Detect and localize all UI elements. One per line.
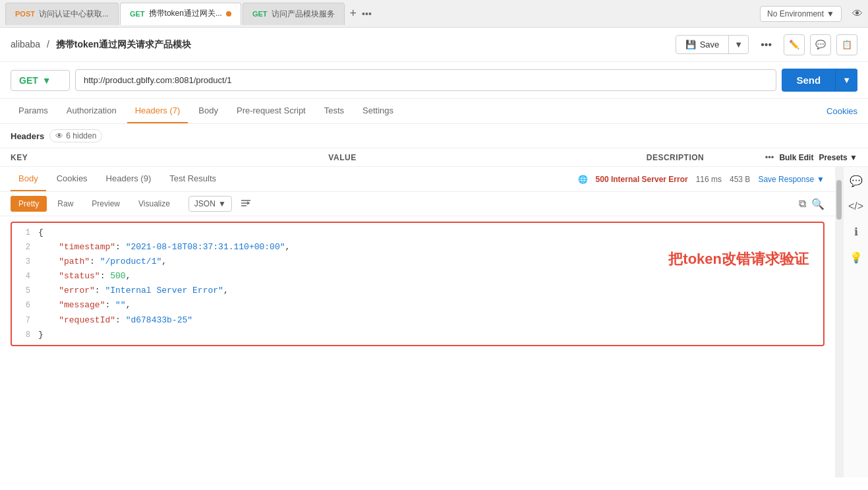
fmt-pretty[interactable]: Pretty <box>11 196 47 212</box>
line-8: 8 } <box>12 328 823 342</box>
send-button[interactable]: Send <box>782 69 835 92</box>
line-content-5: "error": "Internal Server Error", <box>38 284 823 298</box>
line-num-6: 6 <box>12 298 38 313</box>
presets-dropdown-icon: ▼ <box>850 153 857 162</box>
tab-modified-dot <box>226 11 231 16</box>
tab-post-label: 访问认证中心获取... <box>39 9 109 20</box>
hidden-headers-badge[interactable]: 👁 6 hidden <box>49 129 102 142</box>
comment-icon-button[interactable]: 💬 <box>810 34 831 55</box>
format-select-label: JSON <box>194 199 216 208</box>
globe-icon: 🌐 <box>578 175 588 184</box>
line-num-3: 3 <box>12 255 38 269</box>
env-label: No Environment <box>767 9 824 18</box>
line-6: 6 "message": "", <box>12 298 823 313</box>
line-4: 4 "status": 500, <box>12 269 823 284</box>
status-code: 500 Internal Server Error <box>596 175 688 184</box>
headers-section: Headers 👁 6 hidden <box>0 124 868 148</box>
word-wrap-icon[interactable] <box>240 199 252 208</box>
bulk-edit-button[interactable]: Bulk Edit <box>779 153 813 162</box>
scrollbar[interactable] <box>835 167 843 477</box>
save-button-group[interactable]: 💾 Save ▼ <box>676 35 749 54</box>
tab-headers[interactable]: Headers (7) <box>127 99 188 123</box>
tab-prerequest[interactable]: Pre-request Script <box>229 99 314 123</box>
line-num-1: 1 <box>12 226 38 240</box>
kv-actions: ••• Bulk Edit Presets ▼ <box>765 152 857 162</box>
tab-settings[interactable]: Settings <box>355 99 401 123</box>
line-1: 1 { <box>12 226 823 240</box>
copy-response-icon[interactable]: ⧉ <box>799 198 806 210</box>
env-dropdown-icon: ▼ <box>826 9 834 18</box>
line-content-1: { <box>38 226 823 240</box>
json-highlight-box: 1 { 2 "timestamp": "2021-08-18T08:37:31.… <box>11 222 825 346</box>
save-dropdown-button[interactable]: ▼ <box>728 36 748 53</box>
tab-params[interactable]: Params <box>11 99 56 123</box>
line-content-7: "requestId": "d678433b-25" <box>38 313 823 328</box>
tab-get-label: 携带token通过网关... <box>149 8 222 19</box>
tab-get-active[interactable]: GET 携带token通过网关... <box>120 3 241 25</box>
resp-tab-headers[interactable]: Headers (9) <box>98 167 159 191</box>
cookies-link[interactable]: Cookies <box>826 106 857 116</box>
line-num-2: 2 <box>12 240 38 255</box>
response-body: 1 { 2 "timestamp": "2021-08-18T08:37:31.… <box>0 216 835 477</box>
presets-button[interactable]: Presets ▼ <box>819 153 857 162</box>
tab-bar-actions: No Environment ▼ 👁 <box>760 6 863 22</box>
panel-info-icon[interactable]: ℹ <box>852 223 861 241</box>
save-response-label: Save Response <box>758 175 814 184</box>
resp-tab-body[interactable]: Body <box>11 167 46 191</box>
header-more-button[interactable]: ••• <box>754 35 778 55</box>
tab-product[interactable]: GET 访问产品模块服务 <box>243 3 345 25</box>
panel-code-icon[interactable]: </> <box>846 198 866 215</box>
panel-bulb-icon[interactable]: 💡 <box>847 249 865 266</box>
response-area: Body Cookies Headers (9) Test Results 🌐 … <box>0 167 835 477</box>
line-content-6: "message": "", <box>38 298 823 313</box>
line-num-4: 4 <box>12 269 38 284</box>
format-select[interactable]: JSON ▼ <box>188 196 232 212</box>
kv-more-icon[interactable]: ••• <box>765 152 774 162</box>
tab-post[interactable]: POST 访问认证中心获取... <box>5 3 119 25</box>
kv-desc-header: DESCRIPTION <box>647 153 765 162</box>
save-response-dropdown-icon: ▼ <box>817 175 825 184</box>
kv-key-header: KEY <box>11 153 328 162</box>
response-size: 453 B <box>730 175 750 184</box>
save-button[interactable]: 💾 Save <box>676 36 729 53</box>
panel-chat-icon[interactable]: 💬 <box>847 172 865 190</box>
fmt-raw[interactable]: Raw <box>49 196 81 212</box>
tab-overflow-button[interactable]: ••• <box>362 9 372 19</box>
format-actions: ⧉ 🔍 <box>799 198 825 210</box>
response-status: 🌐 500 Internal Server Error 116 ms 453 B… <box>578 175 825 184</box>
format-select-icon: ▼ <box>218 199 226 208</box>
tab-tests[interactable]: Tests <box>316 99 352 123</box>
tab-authorization[interactable]: Authorization <box>59 99 125 123</box>
edit-icon-button[interactable]: ✏️ <box>784 34 805 55</box>
tab-product-label: 访问产品模块服务 <box>272 9 335 20</box>
fmt-visualize[interactable]: Visualize <box>130 196 178 212</box>
scrollbar-thumb[interactable] <box>836 180 842 220</box>
environment-selector[interactable]: No Environment ▼ <box>760 6 842 22</box>
save-disk-icon: 💾 <box>685 40 696 49</box>
tab-get-method: GET <box>130 10 145 18</box>
search-response-icon[interactable]: 🔍 <box>811 198 825 210</box>
fmt-preview[interactable]: Preview <box>84 196 128 212</box>
line-num-5: 5 <box>12 284 38 298</box>
response-time: 116 ms <box>696 175 722 184</box>
tab-body[interactable]: Body <box>190 99 226 123</box>
method-select[interactable]: GET ▼ <box>11 70 70 91</box>
send-dropdown-button[interactable]: ▼ <box>835 69 857 91</box>
kv-table-header: KEY VALUE DESCRIPTION ••• Bulk Edit Pres… <box>0 148 868 167</box>
save-label: Save <box>700 40 720 49</box>
resp-tab-test-results[interactable]: Test Results <box>161 167 224 191</box>
tab-product-method: GET <box>252 10 268 18</box>
save-response-button[interactable]: Save Response ▼ <box>758 175 825 184</box>
method-dropdown-icon: ▼ <box>42 75 51 86</box>
json-response: 1 { 2 "timestamp": "2021-08-18T08:37:31.… <box>12 226 823 342</box>
url-input[interactable] <box>75 69 776 91</box>
send-button-group[interactable]: Send ▼ <box>782 69 857 92</box>
right-panel: 💬 </> ℹ 💡 <box>843 167 868 477</box>
copy-icon-button[interactable]: 📋 <box>836 34 857 55</box>
eye-icon[interactable]: 👁 <box>852 8 863 20</box>
line-content-8: } <box>38 328 823 342</box>
resp-tab-cookies[interactable]: Cookies <box>49 167 96 191</box>
url-bar: GET ▼ Send ▼ <box>0 62 868 99</box>
breadcrumb: alibaba / 携带token通过网关请求产品模块 <box>11 39 191 51</box>
tab-add-button[interactable]: + <box>346 7 361 20</box>
